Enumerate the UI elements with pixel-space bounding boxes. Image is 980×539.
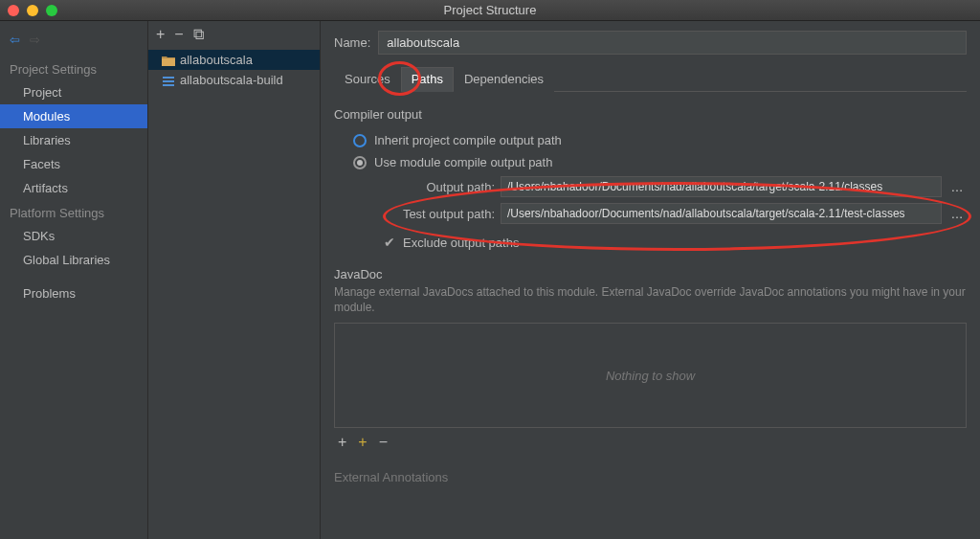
radio-label: Use module compile output path <box>374 155 552 169</box>
nav-back-icon[interactable]: ⇦ <box>10 33 20 47</box>
checkbox-label: Exclude output paths <box>403 236 519 250</box>
test-output-path-input[interactable]: /Users/nbahadoor/Documents/nad/allabouts… <box>501 203 942 224</box>
tree-item-label: allaboutscala-build <box>180 73 283 87</box>
nav-forward-icon[interactable]: ⇨ <box>30 33 40 47</box>
tab-paths[interactable]: Paths <box>401 67 454 92</box>
sidebar-item-libraries[interactable]: Libraries <box>0 128 147 152</box>
browse-button[interactable]: … <box>947 180 967 194</box>
folder-icon <box>162 55 175 66</box>
sidebar-item-global-libraries[interactable]: Global Libraries <box>0 248 147 272</box>
name-label: Name: <box>334 35 370 50</box>
settings-sidebar: ⇦ ⇨ Project Settings Project Modules Lib… <box>0 21 148 539</box>
svg-rect-2 <box>163 84 174 86</box>
tree-item-module[interactable]: allaboutscala <box>148 50 320 70</box>
checkmark-icon: ✔ <box>384 235 395 250</box>
sidebar-item-problems[interactable]: Problems <box>0 281 147 305</box>
minimize-button[interactable] <box>27 5 38 16</box>
add-module-icon[interactable]: + <box>156 26 165 43</box>
module-content-panel: Name: Sources Paths Dependencies Compile… <box>321 21 980 539</box>
remove-javadoc-icon[interactable]: − <box>379 434 388 451</box>
output-path-label: Output path: <box>380 180 495 194</box>
sidebar-heading-platform: Platform Settings <box>0 200 147 224</box>
radio-use-module-path[interactable]: Use module compile output path <box>334 151 967 173</box>
tree-item-label: allaboutscala <box>180 53 253 67</box>
copy-module-icon[interactable]: ⧉ <box>193 26 204 43</box>
output-path-input[interactable]: /Users/nbahadoor/Documents/nad/allabouts… <box>501 176 942 197</box>
window-controls <box>0 5 57 16</box>
radio-icon <box>353 156 367 169</box>
radio-icon <box>353 134 367 147</box>
radio-inherit-path[interactable]: Inherit project compile output path <box>334 129 967 151</box>
javadoc-heading: JavaDoc <box>334 267 967 281</box>
sidebar-item-facets[interactable]: Facets <box>0 152 147 176</box>
add-javadoc-icon[interactable]: + <box>338 434 346 451</box>
module-icon <box>162 75 175 86</box>
sidebar-heading-project: Project Settings <box>0 56 147 80</box>
maximize-button[interactable] <box>46 5 57 16</box>
titlebar: Project Structure <box>0 0 980 21</box>
external-annotations-heading: External Annotations <box>334 470 967 484</box>
sidebar-item-sdks[interactable]: SDKs <box>0 224 147 248</box>
empty-placeholder: Nothing to show <box>606 369 695 383</box>
sidebar-item-modules[interactable]: Modules <box>0 104 147 128</box>
tree-item-module[interactable]: allaboutscala-build <box>148 70 320 90</box>
compiler-output-label: Compiler output <box>334 107 967 122</box>
test-output-path-label: Test output path: <box>380 207 495 221</box>
remove-module-icon[interactable]: − <box>174 26 183 43</box>
svg-rect-0 <box>163 77 174 79</box>
window-title: Project Structure <box>0 3 980 17</box>
module-name-input[interactable] <box>378 31 967 55</box>
sidebar-item-artifacts[interactable]: Artifacts <box>0 176 147 200</box>
tab-sources[interactable]: Sources <box>334 67 401 92</box>
browse-button[interactable]: … <box>947 207 967 221</box>
javadoc-description: Manage external JavaDocs attached to thi… <box>334 285 967 315</box>
close-button[interactable] <box>8 5 19 16</box>
tab-dependencies[interactable]: Dependencies <box>454 67 554 92</box>
add-javadoc-url-icon[interactable]: + <box>358 434 367 451</box>
radio-label: Inherit project compile output path <box>374 133 562 147</box>
javadoc-list: Nothing to show <box>334 323 967 428</box>
module-tabs: Sources Paths Dependencies <box>334 66 967 92</box>
svg-rect-1 <box>163 80 174 82</box>
sidebar-item-project[interactable]: Project <box>0 80 147 104</box>
exclude-output-checkbox[interactable]: ✔ Exclude output paths <box>334 227 967 250</box>
module-tree-panel: + − ⧉ allaboutscala allaboutscala-build <box>148 21 321 539</box>
